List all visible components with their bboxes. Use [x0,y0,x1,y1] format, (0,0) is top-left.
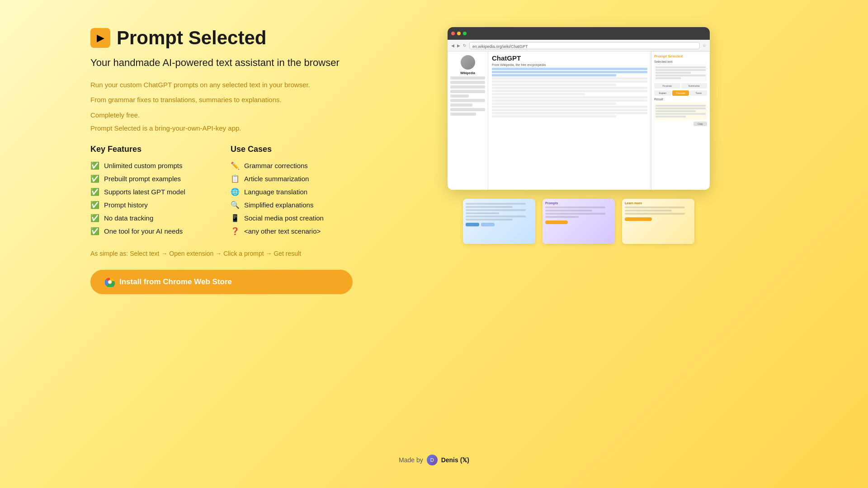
wiki-nav-sidebar: Wikipedia [448,52,488,190]
thumb-line [545,216,579,218]
install-button[interactable]: Install from Chrome Web Store [90,270,353,294]
fix-prose-button[interactable]: Fix prose [654,83,680,89]
list-item: 🌐 Language translation [231,188,353,196]
wiki-body-line [492,115,616,117]
panel-text-line [656,75,706,76]
install-button-label: Install from Chrome Web Store [119,277,232,286]
phone-icon: 📱 [231,214,240,222]
thumb-line [625,213,685,215]
use-case-label: Simplified explanations [244,201,313,209]
hero-description-1: Run your custom ChatGPT prompts on any s… [90,79,353,91]
list-item: ✅ Unlimited custom prompts [90,161,212,170]
footer: Made by D Denis (𝕏) [90,446,778,470]
wiki-body-line [492,68,647,70]
result-line [656,113,706,115]
thumb-label: Learn more [625,202,692,205]
result-line [656,110,696,112]
wiki-body-line [492,90,647,92]
workflow-text: As simple as: Select text → Open extensi… [90,250,353,257]
thumb-line [466,219,513,221]
chrome-icon [105,277,115,287]
key-features-title: Key Features [90,145,212,154]
main-content: ▶ Prompt Selected Your handmade AI-power… [90,27,778,446]
logo-icon: ▶ [90,28,110,48]
list-item: ❓ <any other text scenario> [231,227,353,235]
wiki-body-line [492,106,647,108]
thumb-line [625,210,672,211]
result-line [656,108,706,109]
summarise-button[interactable]: Summarise [681,83,708,89]
api-note: Prompt Selected is a bring-your-own-API-… [90,124,353,132]
thumbnail-2: Prompts [542,199,615,244]
feature-label: Supports latest GPT model [104,188,185,196]
check-icon-5: ✅ [90,214,99,222]
check-icon-3: ✅ [90,188,99,196]
hero-description-3: Completely free. [90,109,353,121]
wiki-body-line [492,96,647,99]
panel-selected-text-block [654,64,707,81]
wiki-body-line [492,74,616,76]
list-item: ✅ No data tracking [90,214,212,222]
result-line [656,116,686,117]
browser-url-bar[interactable]: en.wikipedia.org/wiki/ChatGPT [469,42,700,49]
magnify-icon: 🔍 [231,201,240,209]
copy-button[interactable]: Copy [693,122,707,126]
check-icon-2: ✅ [90,174,99,183]
thumb-action [481,223,495,226]
use-case-label: Article summarization [244,175,309,183]
question-icon: ❓ [231,227,240,235]
wiki-body-line [492,109,647,111]
panel-text-line [656,77,681,79]
thumb-line [466,216,526,217]
thumb-line [466,209,526,211]
wiki-body-line [492,93,585,95]
feature-label: Prompt history [104,201,148,209]
thumb-line [466,212,499,214]
thumb-action [466,223,479,226]
wiki-body-line [492,99,647,102]
svg-point-0 [108,281,111,284]
author-link[interactable]: Denis (𝕏) [441,456,469,464]
hero-description-2: From grammar fixes to translations, summ… [90,94,353,106]
use-case-label: <any other text scenario> [244,227,321,235]
wiki-nav-8 [450,108,485,111]
browser-close-dot [451,32,455,35]
wiki-body-line [492,71,647,73]
wiki-nav-6 [450,99,485,102]
check-icon-6: ✅ [90,227,99,235]
feature-label: Unlimited custom prompts [104,162,182,169]
wiki-article-title: ChatGPT [492,54,521,62]
features-section: Key Features ✅ Unlimited custom prompts … [90,145,353,235]
wiki-nav-5 [450,94,469,98]
logo-title-row: ▶ Prompt Selected [90,27,353,49]
footer-made-by: Made by [399,456,423,464]
wiki-nav-7 [450,103,472,107]
translate-button[interactable]: Translate [672,90,689,96]
list-item: 📱 Social media post creation [231,214,353,222]
result-line [656,105,706,107]
thumbnail-1 [463,199,535,244]
list-item: ✅ Prebuilt prompt examples [90,174,212,183]
right-panel: ◀ ▶ ↻ en.wikipedia.org/wiki/ChatGPT ☆ Wi… [380,27,778,244]
panel-text-line [656,66,706,68]
pencil-icon: ✏️ [231,161,240,170]
tweet-button[interactable]: Tweet [690,90,707,96]
article-icon: 📋 [231,174,240,183]
panel-result-label: Result [654,98,707,101]
thumb-content-3: Learn more [622,199,694,224]
wiki-logo-text: Wikipedia [449,71,486,75]
thumbnail-row: Prompts Learn more [463,199,694,244]
use-case-label: Language translation [244,188,307,196]
list-item: ✅ One tool for your AI needs [90,227,212,235]
page-wrapper: ▶ Prompt Selected Your handmade AI-power… [0,0,868,488]
list-item: ✅ Prompt history [90,201,212,209]
prompt-selected-panel: Prompt Selected Selected text Fix prose [651,52,710,190]
list-item: ✅ Supports latest GPT model [90,188,212,196]
thumb-line [625,206,685,208]
key-features-list: ✅ Unlimited custom prompts ✅ Prebuilt pr… [90,161,212,235]
browser-body: Wikipedia ChatGPT [448,52,710,190]
wiki-from-line: From Wikipedia, the free encyclopedia [492,63,647,66]
feature-label: No data tracking [104,214,153,222]
wiki-body-line [492,103,616,105]
explain-button[interactable]: Explain [654,90,671,96]
